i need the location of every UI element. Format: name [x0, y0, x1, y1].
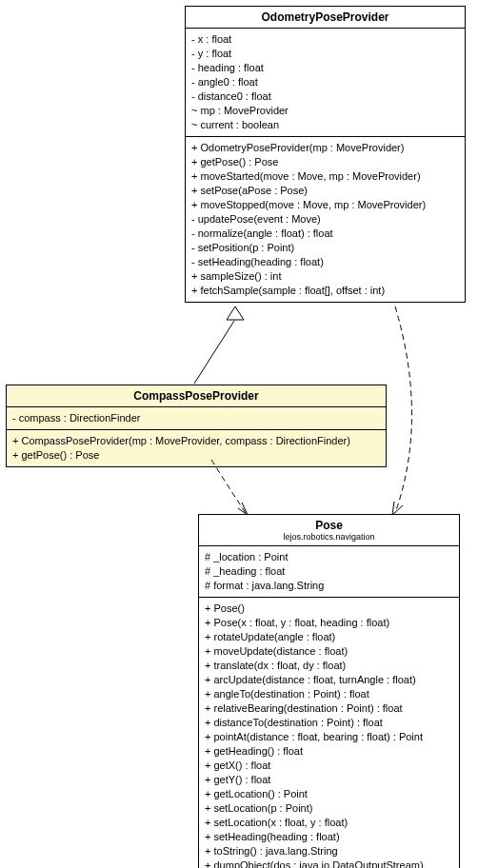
operation: + angleTo(destination : Point) : float [205, 687, 453, 701]
attribute: - angle0 : float [191, 75, 459, 89]
attribute: ~ current : boolean [191, 118, 459, 132]
attribute: - compass : DirectionFinder [12, 411, 380, 425]
operation: + pointAt(distance : float, bearing : fl… [205, 730, 453, 744]
operation: + getHeading() : float [205, 744, 453, 759]
attributes-section: - compass : DirectionFinder [7, 407, 386, 430]
operation: - setPosition(p : Point) [191, 241, 459, 255]
dependency-compass-pose [211, 460, 248, 515]
operation: + setLocation(p : Point) [205, 801, 453, 816]
operation: + distanceTo(destination : Point) : floa… [205, 716, 453, 730]
operation: + sampleSize() : int [191, 269, 459, 284]
operation: + getPose() : Pose [12, 448, 380, 463]
attribute: # _heading : float [205, 564, 453, 579]
operation: + CompassPoseProvider(mp : MoveProvider,… [12, 434, 380, 448]
operation: + translate(dx : float, dy : float) [205, 659, 453, 673]
operation: - setHeading(heading : float) [191, 255, 459, 269]
operation: - updatePose(event : Move) [191, 212, 459, 227]
attribute: # _location : Point [205, 550, 453, 564]
operation: + setHeading(heading : float) [205, 830, 453, 844]
operation: + getLocation() : Point [205, 787, 453, 801]
operation: + getPose() : Pose [191, 155, 459, 169]
operation: + toString() : java.lang.String [205, 844, 453, 858]
class-header: Pose lejos.robotics.navigation [199, 515, 459, 546]
operation: + dumpObject(dos : java.io.DataOutputStr… [205, 858, 453, 868]
class-package: lejos.robotics.navigation [205, 532, 453, 542]
operation: + fetchSample(sample : float[], offset :… [191, 284, 459, 298]
operations-section: + CompassPoseProvider(mp : MoveProvider,… [7, 430, 386, 466]
operation: + moveStopped(move : Move, mp : MoveProv… [191, 198, 459, 212]
operation: + moveUpdate(distance : float) [205, 644, 453, 659]
class-name: Pose [205, 519, 453, 532]
attribute: - distance0 : float [191, 89, 459, 104]
class-odometry[interactable]: OdometryPoseProvider - x : float - y : f… [185, 6, 466, 303]
dependency-odometry-pose [392, 306, 412, 515]
class-name: OdometryPoseProvider [186, 7, 465, 29]
operation: + getY() : float [205, 773, 453, 787]
svg-line-0 [194, 321, 234, 384]
attributes-section: - x : float - y : float - heading : floa… [186, 29, 465, 137]
class-pose[interactable]: Pose lejos.robotics.navigation # _locati… [198, 514, 460, 868]
attribute: - y : float [191, 47, 459, 61]
attribute: - x : float [191, 32, 459, 47]
operation: + setPose(aPose : Pose) [191, 184, 459, 198]
generalization-connector [194, 306, 244, 384]
operation: + relativeBearing(destination : Point) :… [205, 701, 453, 716]
operation: + Pose() [205, 602, 453, 616]
attribute: - heading : float [191, 61, 459, 75]
attribute: ~ mp : MoveProvider [191, 104, 459, 118]
operation: + OdometryPoseProvider(mp : MoveProvider… [191, 141, 459, 155]
operations-section: + Pose() + Pose(x : float, y : float, he… [199, 598, 459, 868]
operation: + getX() : float [205, 759, 453, 773]
operation: + arcUpdate(distance : float, turnAngle … [205, 673, 453, 687]
operation: + Pose(x : float, y : float, heading : f… [205, 616, 453, 630]
operation: + rotateUpdate(angle : float) [205, 630, 453, 644]
attribute: # format : java.lang.String [205, 579, 453, 593]
operation: + moveStarted(move : Move, mp : MoveProv… [191, 169, 459, 184]
svg-marker-1 [227, 306, 244, 320]
operations-section: + OdometryPoseProvider(mp : MoveProvider… [186, 137, 465, 302]
operation: + setLocation(x : float, y : float) [205, 816, 453, 830]
class-compass[interactable]: CompassPoseProvider - compass : Directio… [6, 385, 387, 467]
operation: - normalize(angle : float) : float [191, 227, 459, 241]
attributes-section: # _location : Point # _heading : float #… [199, 546, 459, 598]
class-name: CompassPoseProvider [7, 385, 386, 407]
